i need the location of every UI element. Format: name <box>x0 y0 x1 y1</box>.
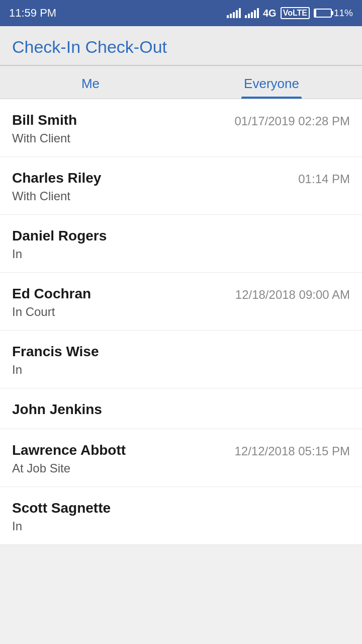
battery-icon: 11% <box>314 8 353 19</box>
tab-me[interactable]: Me <box>0 66 181 99</box>
tab-everyone[interactable]: Everyone <box>181 66 362 99</box>
item-name: John Jenkins <box>12 401 102 418</box>
list-item[interactable]: Bill SmithWith Client01/17/2019 02:28 PM <box>0 99 362 157</box>
list-item[interactable]: Lawrence AbbottAt Job Site12/12/2018 05:… <box>0 429 362 487</box>
item-name: Ed Cochran <box>12 286 91 302</box>
battery-percent: 11% <box>334 8 353 19</box>
item-status: In <box>12 519 111 533</box>
item-date: 01:14 PM <box>298 170 350 186</box>
item-date: 12/18/2018 09:00 AM <box>235 286 350 302</box>
item-status: With Client <box>12 189 101 203</box>
app-header: Check-In Check-Out <box>0 26 362 66</box>
item-status: In <box>12 363 99 377</box>
item-date: 01/17/2019 02:28 PM <box>234 112 350 128</box>
item-name: Scott Sagnette <box>12 500 111 516</box>
item-date: 12/12/2018 05:15 PM <box>234 442 350 458</box>
list-item[interactable]: Charles RileyWith Client01:14 PM <box>0 157 362 215</box>
signal-icon-1 <box>227 8 241 18</box>
item-status: In <box>12 247 107 261</box>
status-icons: 4G VoLTE 11% <box>227 7 353 19</box>
item-name: Bill Smith <box>12 112 77 128</box>
status-bar: 11:59 PM 4G VoLTE 11% <box>0 0 362 26</box>
list-item[interactable]: Daniel RogersIn <box>0 215 362 273</box>
item-name: Francis Wise <box>12 344 99 360</box>
signal-icon-2 <box>245 8 259 18</box>
item-name: Charles Riley <box>12 170 101 186</box>
list-item[interactable]: Scott SagnetteIn <box>0 487 362 545</box>
item-status: In Court <box>12 305 91 319</box>
item-status: With Client <box>12 131 77 145</box>
checkin-list: Bill SmithWith Client01/17/2019 02:28 PM… <box>0 99 362 545</box>
network-type: 4G <box>263 8 277 19</box>
item-name: Lawrence Abbott <box>12 442 126 458</box>
list-item[interactable]: John Jenkins <box>0 388 362 429</box>
list-item[interactable]: Francis WiseIn <box>0 331 362 388</box>
tab-bar: Me Everyone <box>0 66 362 99</box>
item-status: At Job Site <box>12 461 126 475</box>
app-title: Check-In Check-Out <box>12 37 350 57</box>
volte-icon: VoLTE <box>281 7 310 19</box>
list-item[interactable]: Ed CochranIn Court12/18/2018 09:00 AM <box>0 273 362 331</box>
item-name: Daniel Rogers <box>12 228 107 244</box>
status-time: 11:59 PM <box>9 7 56 20</box>
